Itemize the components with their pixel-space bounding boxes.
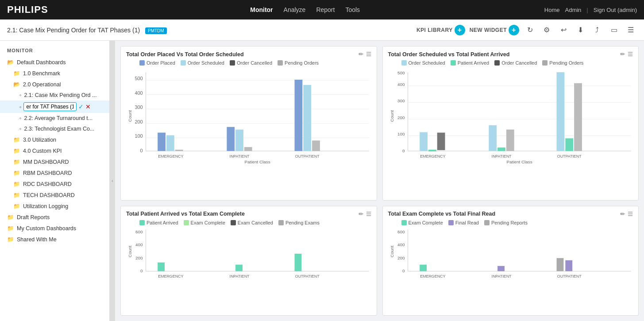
svg-text:0: 0 xyxy=(140,268,143,273)
nav-monitor[interactable]: Monitor xyxy=(250,6,273,13)
chart-4-legend: Exam Complete Final Read Pending Reports xyxy=(401,220,633,225)
bar3-emergency-arrived xyxy=(158,262,165,271)
new-widget-add-button[interactable]: + xyxy=(509,25,519,35)
rename-input[interactable] xyxy=(23,102,77,111)
kpi-library-add-button[interactable]: + xyxy=(455,25,465,35)
sidebar-label-turnaround: 2.2: Average Turnaround t... xyxy=(24,115,93,121)
sidebar-collapse-handle[interactable]: ‹ xyxy=(110,41,115,321)
dashboard-title-text: 2.1: Case Mix Pending Order for TAT Phas… xyxy=(7,27,140,34)
share-icon[interactable]: ⤴ xyxy=(591,24,603,36)
chart-2-menu-icon[interactable]: ☰ xyxy=(628,51,633,58)
sidebar-label-customkpi: 4.0 Custom KPI xyxy=(23,148,62,154)
admin-link[interactable]: Admin xyxy=(565,7,581,13)
svg-text:400: 400 xyxy=(135,242,143,247)
sidebar-item-shared[interactable]: 📁 Shared With Me xyxy=(0,234,109,245)
chart-2-edit-icon[interactable]: ✏ xyxy=(620,51,625,58)
legend2-label-order-cancelled: Order Cancelled xyxy=(501,60,537,66)
subheader: 2.1: Case Mix Pending Order for TAT Phas… xyxy=(0,19,644,41)
legend2-label-patient-arrived: Patient Arrived xyxy=(458,60,490,66)
sidebar-item-technologist[interactable]: ◦ 2.3: Technologist Exam Co... xyxy=(0,124,109,134)
chart-1-menu-icon[interactable]: ☰ xyxy=(366,51,371,58)
sidebar-item-operational[interactable]: 📂 2.0 Operational xyxy=(0,79,109,90)
rename-cancel-icon[interactable]: ✕ xyxy=(85,103,91,110)
sidebar-item-benchmark[interactable]: 📁 1.0 Benchmark xyxy=(0,68,109,79)
bar2-inpatient-scheduled xyxy=(489,125,497,151)
svg-text:100: 100 xyxy=(397,131,405,136)
sidebar-label-rdc: RDC DASHBOARD xyxy=(23,181,72,187)
bar4-outpatient-pending xyxy=(556,258,563,271)
chart-area-2: 0 100 200 300 400 500 Count xyxy=(388,67,633,165)
pmtdm-badge[interactable]: PMTDM xyxy=(145,27,167,34)
legend4-dot-final-read xyxy=(448,220,454,225)
rename-confirm-icon[interactable]: ✓ xyxy=(78,103,84,110)
home-link[interactable]: Home xyxy=(544,7,560,13)
bar2-inpatient-arrived xyxy=(497,147,505,151)
bar4-inpatient-read xyxy=(497,266,505,271)
bar3-outpatient-arrived xyxy=(295,254,302,271)
sidebar-item-custom-kpi[interactable]: 📁 4.0 Custom KPI xyxy=(0,145,109,156)
legend4-dot-exam-complete xyxy=(401,220,407,225)
svg-text:300: 300 xyxy=(397,98,405,103)
sidebar-item-utilization[interactable]: 📁 3.0 Utilization xyxy=(0,134,109,145)
dashboard-title: 2.1: Case Mix Pending Order for TAT Phas… xyxy=(7,27,416,34)
legend3-exam-cancelled: Exam Cancelled xyxy=(231,220,273,225)
sidebar-label-shared: Shared With Me xyxy=(17,236,57,243)
legend2-label-pending-orders: Pending Orders xyxy=(549,60,583,66)
sidebar-item-tech[interactable]: 📁 TECH DASHBOARD xyxy=(0,190,109,201)
chart-3-edit-icon[interactable]: ✏ xyxy=(359,211,363,217)
kpi-library-group: KPI LIBRARY + xyxy=(416,25,465,35)
chart-card-2: Total Order Scheduled vs Total Patient A… xyxy=(382,46,639,201)
settings-icon[interactable]: ⚙ xyxy=(540,24,553,36)
philips-logo: PHILIPS xyxy=(7,4,48,15)
sidebar-label-rbm: RBM DASHBOARD xyxy=(23,170,72,176)
refresh-icon[interactable]: ↻ xyxy=(524,24,536,36)
sidebar-item-rdc[interactable]: 📁 RDC DASHBOARD xyxy=(0,178,109,190)
sidebar-item-turnaround[interactable]: ◦ 2.2: Average Turnaround t... xyxy=(0,113,109,124)
sidebar-item-draft-reports[interactable]: 📁 Draft Reports xyxy=(0,212,109,223)
svg-text:EMERGENCY: EMERGENCY xyxy=(420,154,445,159)
download-icon[interactable]: ⬇ xyxy=(574,24,586,36)
nav-tools[interactable]: Tools xyxy=(345,6,360,13)
sidebar-label-my-custom: My Custom Dashboards xyxy=(17,225,76,232)
legend-dot-order-placed xyxy=(139,60,145,66)
signout-link[interactable]: Sign Out (admin) xyxy=(594,7,637,13)
legend3-dot-pending-exams xyxy=(278,220,284,225)
bullet-rename: ◦ xyxy=(19,104,22,110)
nav-analyze[interactable]: Analyze xyxy=(284,6,306,13)
sidebar-item-mm[interactable]: 📁 MM DASHBOARD xyxy=(0,156,109,167)
sidebar-item-default-dashboards[interactable]: 📂 Default Dashboards xyxy=(0,57,109,68)
sidebar-item-my-custom[interactable]: 📁 My Custom Dashboards xyxy=(0,223,109,234)
folder-open-icon: 📂 xyxy=(7,59,14,66)
bar4-emergency-complete xyxy=(420,264,427,271)
content-area: Total Order Placed Vs Total Order Schedu… xyxy=(115,41,644,321)
legend4-label-pending-reports: Pending Reports xyxy=(491,220,528,225)
legend2-dot-order-cancelled xyxy=(494,60,500,66)
chart-4-edit-icon[interactable]: ✏ xyxy=(620,211,625,217)
legend3-dot-exam-cancelled xyxy=(231,220,236,225)
chart-4-menu-icon[interactable]: ☰ xyxy=(628,211,633,217)
sidebar-label-operational: 2.0 Operational xyxy=(23,81,61,88)
nav-report[interactable]: Report xyxy=(316,6,335,13)
chart-3-menu-icon[interactable]: ☰ xyxy=(366,211,371,217)
chart-title-text-2: Total Order Scheduled vs Total Patient A… xyxy=(388,51,510,58)
folder-icon-rdc: 📁 xyxy=(13,181,20,187)
back-icon[interactable]: ↩ xyxy=(557,24,570,36)
menu-icon[interactable]: ☰ xyxy=(625,24,637,36)
legend2-patient-arrived: Patient Arrived xyxy=(451,60,490,66)
chart-3-icons: ✏ ☰ xyxy=(359,211,371,217)
svg-text:OUTPATIENT: OUTPATIENT xyxy=(557,274,581,278)
chart-title-text-4: Total Exam Complete vs Total Final Read xyxy=(388,211,496,217)
sidebar-label-mm: MM DASHBOARD xyxy=(23,159,69,165)
svg-text:Patient Class: Patient Class xyxy=(244,159,270,164)
display-icon[interactable]: ▭ xyxy=(608,24,620,36)
svg-text:EMERGENCY: EMERGENCY xyxy=(420,274,445,278)
svg-text:200: 200 xyxy=(135,119,143,124)
legend2-order-cancelled: Order Cancelled xyxy=(494,60,537,66)
chart-1-edit-icon[interactable]: ✏ xyxy=(359,51,363,58)
sidebar-item-casemix[interactable]: ◦ 2.1: Case Mix Pending Ord ... xyxy=(0,90,109,101)
svg-text:400: 400 xyxy=(397,82,405,87)
sidebar-item-utilization-logging[interactable]: 📁 Utilization Logging xyxy=(0,201,109,212)
svg-text:100: 100 xyxy=(135,133,143,139)
svg-text:Count: Count xyxy=(389,245,394,257)
sidebar-item-rbm[interactable]: 📁 RBM DASHBOARD xyxy=(0,167,109,178)
